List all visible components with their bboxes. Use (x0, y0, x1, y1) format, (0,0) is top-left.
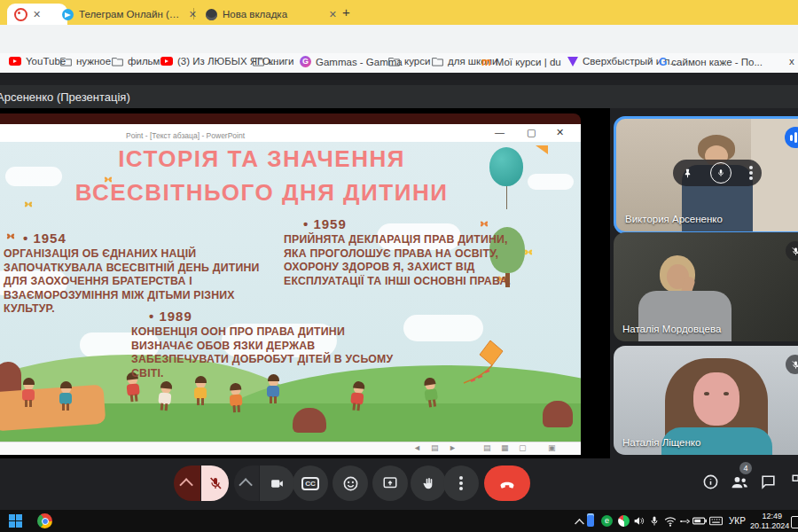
pin-icon[interactable] (682, 168, 693, 179)
participant-tile-mordovtseva[interactable]: Наталія Мордовцева (614, 232, 798, 341)
close-icon[interactable]: ✕ (556, 127, 564, 138)
participant-tile-lishchenko[interactable]: Наталія Ліщенко (614, 346, 798, 455)
bookmark-label: курси (404, 56, 430, 66)
bookmark-label: фильм (128, 56, 160, 66)
folder-icon (253, 57, 264, 66)
kid-figure (21, 379, 35, 408)
bookmark-folder[interactable]: фильм (112, 56, 160, 66)
kebab-icon (459, 481, 463, 485)
antivirus-icon[interactable]: e (601, 515, 613, 527)
activities-button[interactable] (791, 473, 798, 493)
keyboard-icon[interactable] (709, 516, 723, 526)
clock-time: 12:49 (750, 512, 782, 521)
bookmark-label: Мої курси | du (496, 57, 561, 67)
meeting-details-button[interactable] (702, 473, 719, 494)
mic-options-chevron[interactable] (174, 466, 200, 501)
bookmark-x[interactable]: х (789, 56, 794, 66)
mic-off-icon (208, 476, 223, 490)
tray-expand-icon[interactable] (575, 519, 584, 528)
person-face (693, 372, 739, 426)
maximize-icon[interactable]: ▢ (527, 127, 536, 138)
folder-icon (432, 57, 443, 66)
slideshow-icon[interactable]: ▣ (548, 443, 556, 452)
end-call-icon (498, 474, 516, 492)
taskbar-clock[interactable]: 12:49 20.11.2024 (750, 512, 782, 531)
chat-button[interactable] (760, 473, 777, 494)
people-button[interactable] (730, 473, 749, 494)
gamma-icon: G (300, 56, 311, 67)
bookmark-gamma[interactable]: GGammas - Gamma (300, 56, 403, 67)
bookmark-moodle[interactable]: mМої курси | du (481, 56, 561, 68)
minimize-icon[interactable]: — (495, 127, 505, 137)
present-button[interactable] (372, 466, 408, 501)
tab-new-tab[interactable]: Нова вкладка ✕ (199, 4, 344, 25)
camera-options-chevron[interactable] (234, 466, 259, 501)
shared-screen-region: Point - [Текст абзаца] - PowerPoint — ▢ … (0, 108, 610, 458)
tree-bush (543, 401, 573, 427)
menu-icon[interactable]: ▤ (431, 443, 439, 452)
more-options-icon[interactable] (749, 171, 753, 175)
bookmark-label: х (789, 56, 794, 66)
youtube-icon (160, 57, 173, 66)
cloud (403, 315, 483, 341)
camera-button[interactable] (260, 466, 294, 501)
kid-figure (348, 382, 365, 411)
mic-muted-button[interactable] (201, 466, 229, 501)
battery-icon[interactable] (692, 516, 707, 526)
tab-close-icon[interactable]: ✕ (329, 10, 337, 20)
normal-view-icon[interactable]: ▤ (483, 443, 491, 452)
year-text: ПРИЙНЯТА ДЕКЛАРАЦІЯ ПРАВ ДИТИНИ, ЯКА ПРО… (284, 233, 521, 288)
tab-close-icon[interactable]: ✕ (33, 10, 41, 20)
muted-mic-icon (786, 241, 798, 261)
slide-sorter-icon[interactable]: ▦ (501, 443, 509, 452)
captions-button[interactable]: CC (293, 466, 328, 501)
reading-view-icon[interactable]: ▢ (519, 443, 527, 452)
info-icon (702, 473, 719, 490)
keyboard-language[interactable]: УКР (729, 516, 746, 526)
people-count-badge: 4 (739, 462, 752, 474)
year-heading: • 1959 (303, 216, 521, 231)
year-text: ОРГАНІЗАЦІЯ ОБ ЄДНАНИХ НАЦІЙ ЗАПОЧАТКУВА… (4, 247, 278, 317)
usb-device-icon[interactable] (679, 516, 691, 527)
participant-tile-arsenenko[interactable]: Виктория Арсененко (614, 116, 798, 234)
kid-figure (193, 378, 207, 406)
action-center-icon[interactable] (791, 516, 798, 528)
participant-name: Наталія Ліщенко (622, 437, 700, 448)
tab-title: Телеграм Онлайн (неофициал (79, 9, 184, 20)
camera-control-group (234, 466, 294, 501)
reactions-button[interactable] (332, 466, 368, 501)
more-options-button[interactable] (443, 466, 479, 501)
new-tab-button[interactable]: + (342, 4, 350, 20)
chrome-taskbar-icon[interactable] (37, 513, 52, 528)
bookmark-google[interactable]: Gсаймон каже - По... (659, 56, 763, 68)
usb-drive-icon[interactable] (587, 515, 594, 527)
bookmark-folder[interactable]: нужное (60, 56, 111, 66)
person-eye (704, 392, 709, 395)
bookmark-folder[interactable]: книги (253, 56, 293, 66)
volume-icon[interactable] (633, 515, 645, 527)
disk-usage-icon[interactable] (618, 515, 630, 527)
bookmark-youtube[interactable]: YouTube (9, 56, 66, 66)
slide-title-line2: ВСЕСВІТНЬОГО ДНЯ ДИТИНИ (0, 179, 523, 207)
wifi-icon[interactable] (664, 516, 677, 527)
browser-tab-strip: ✕ Телеграм Онлайн (неофициал ✕ Нова вкла… (0, 0, 798, 25)
butterfly-icon (523, 248, 534, 256)
start-button[interactable] (9, 514, 22, 528)
chat-icon (760, 473, 777, 490)
bookmark-folder[interactable]: курси (388, 56, 430, 66)
google-icon: G (659, 56, 667, 68)
moodle-icon: m (481, 56, 491, 68)
powerpoint-titlebar: Point - [Текст абзаца] - PowerPoint — ▢ … (0, 124, 581, 142)
telegram-icon (62, 9, 74, 20)
mic-icon[interactable] (710, 162, 732, 184)
end-call-button[interactable] (484, 466, 530, 501)
microphone-tray-icon[interactable] (649, 515, 660, 527)
participant-name: Наталія Мордовцева (622, 324, 721, 334)
tab-telegram[interactable]: Телеграм Онлайн (неофициал ✕ (55, 4, 204, 25)
bookmark-label: нужное (76, 56, 111, 66)
activities-icon (791, 473, 798, 489)
kite (448, 339, 510, 392)
next-slide-icon[interactable]: ► (449, 443, 457, 452)
previous-slide-icon[interactable]: ◄ (413, 443, 421, 452)
raise-hand-button[interactable] (411, 466, 446, 501)
